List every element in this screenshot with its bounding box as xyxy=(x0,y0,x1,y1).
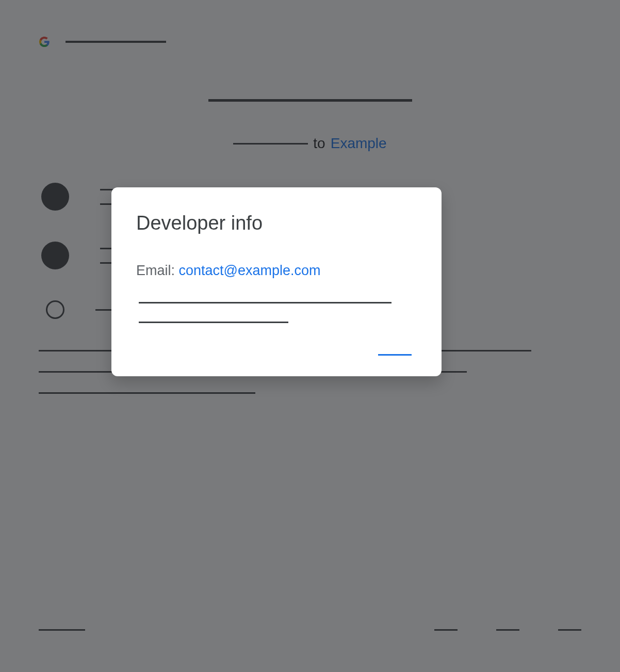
developer-info-modal: Developer info Email: contact@example.co… xyxy=(111,187,442,376)
text-placeholder xyxy=(139,322,288,323)
modal-title: Developer info xyxy=(136,212,417,234)
text-placeholder xyxy=(139,302,391,303)
email-label: Email: xyxy=(136,263,179,278)
developer-email-link[interactable]: contact@example.com xyxy=(179,263,321,278)
modal-body-text xyxy=(136,302,417,323)
modal-close-button[interactable] xyxy=(378,354,412,356)
modal-email-row: Email: contact@example.com xyxy=(136,263,417,279)
modal-actions xyxy=(136,354,417,356)
